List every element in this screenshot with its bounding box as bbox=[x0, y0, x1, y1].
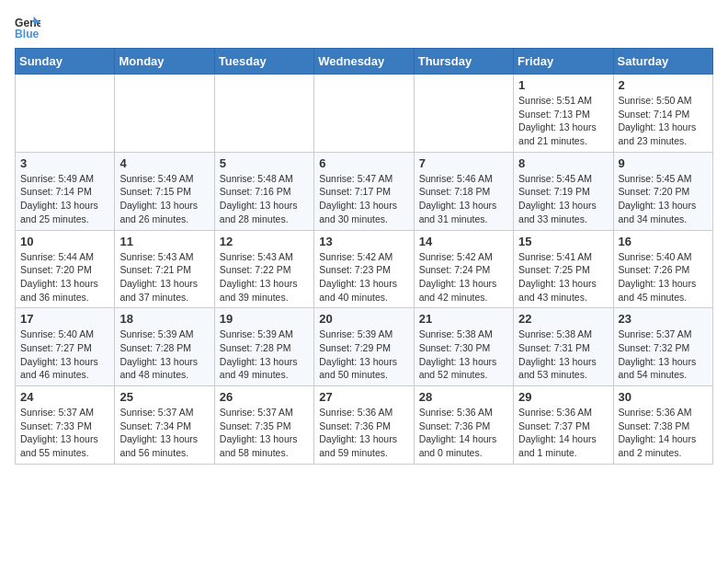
calendar-cell: 6Sunrise: 5:47 AM Sunset: 7:17 PM Daylig… bbox=[314, 152, 414, 230]
calendar-week-3: 10Sunrise: 5:44 AM Sunset: 7:20 PM Dayli… bbox=[16, 230, 713, 308]
calendar-cell: 12Sunrise: 5:43 AM Sunset: 7:22 PM Dayli… bbox=[214, 230, 313, 308]
day-info: Sunrise: 5:36 AM Sunset: 7:36 PM Dayligh… bbox=[419, 406, 508, 460]
day-number: 5 bbox=[220, 156, 309, 170]
calendar-cell bbox=[314, 75, 414, 153]
header-tuesday: Tuesday bbox=[214, 49, 313, 75]
day-info: Sunrise: 5:47 AM Sunset: 7:17 PM Dayligh… bbox=[319, 172, 408, 226]
calendar-cell: 5Sunrise: 5:48 AM Sunset: 7:16 PM Daylig… bbox=[214, 152, 313, 230]
day-number: 2 bbox=[619, 78, 708, 92]
calendar-cell: 27Sunrise: 5:36 AM Sunset: 7:36 PM Dayli… bbox=[314, 386, 414, 465]
day-info: Sunrise: 5:45 AM Sunset: 7:19 PM Dayligh… bbox=[518, 172, 608, 226]
calendar-cell: 2Sunrise: 5:50 AM Sunset: 7:14 PM Daylig… bbox=[613, 75, 712, 153]
day-number: 15 bbox=[518, 235, 608, 248]
calendar-cell: 18Sunrise: 5:39 AM Sunset: 7:28 PM Dayli… bbox=[115, 308, 214, 386]
calendar-cell: 22Sunrise: 5:38 AM Sunset: 7:31 PM Dayli… bbox=[514, 308, 613, 386]
day-info: Sunrise: 5:49 AM Sunset: 7:14 PM Dayligh… bbox=[20, 172, 109, 226]
calendar-cell: 29Sunrise: 5:36 AM Sunset: 7:37 PM Dayli… bbox=[514, 386, 613, 465]
day-number: 4 bbox=[119, 156, 209, 170]
calendar-cell: 19Sunrise: 5:39 AM Sunset: 7:28 PM Dayli… bbox=[214, 308, 313, 386]
day-number: 17 bbox=[20, 312, 109, 326]
day-number: 22 bbox=[518, 312, 608, 326]
calendar-cell bbox=[414, 75, 513, 153]
day-number: 8 bbox=[518, 156, 608, 170]
calendar-header-row: SundayMondayTuesdayWednesdayThursdayFrid… bbox=[16, 49, 713, 75]
day-number: 27 bbox=[319, 390, 408, 404]
day-info: Sunrise: 5:36 AM Sunset: 7:37 PM Dayligh… bbox=[518, 406, 608, 460]
day-info: Sunrise: 5:50 AM Sunset: 7:14 PM Dayligh… bbox=[619, 94, 708, 148]
calendar-week-1: 1Sunrise: 5:51 AM Sunset: 7:13 PM Daylig… bbox=[16, 75, 713, 153]
calendar-cell: 17Sunrise: 5:40 AM Sunset: 7:27 PM Dayli… bbox=[16, 308, 115, 386]
day-number: 18 bbox=[119, 312, 209, 326]
day-info: Sunrise: 5:39 AM Sunset: 7:29 PM Dayligh… bbox=[319, 327, 408, 382]
day-number: 13 bbox=[319, 235, 408, 248]
day-info: Sunrise: 5:37 AM Sunset: 7:34 PM Dayligh… bbox=[119, 406, 209, 460]
calendar-cell: 26Sunrise: 5:37 AM Sunset: 7:35 PM Dayli… bbox=[214, 386, 313, 465]
day-info: Sunrise: 5:41 AM Sunset: 7:25 PM Dayligh… bbox=[518, 250, 608, 304]
calendar-cell bbox=[214, 75, 313, 153]
calendar-cell: 21Sunrise: 5:38 AM Sunset: 7:30 PM Dayli… bbox=[414, 308, 513, 386]
calendar-cell: 24Sunrise: 5:37 AM Sunset: 7:33 PM Dayli… bbox=[16, 386, 115, 465]
day-number: 23 bbox=[619, 312, 708, 326]
day-number: 21 bbox=[419, 312, 508, 326]
header-saturday: Saturday bbox=[613, 49, 712, 75]
header-monday: Monday bbox=[115, 49, 214, 75]
day-number: 28 bbox=[419, 390, 508, 404]
day-number: 11 bbox=[119, 235, 209, 248]
day-info: Sunrise: 5:36 AM Sunset: 7:36 PM Dayligh… bbox=[319, 406, 408, 460]
svg-text:Blue: Blue bbox=[15, 28, 40, 40]
calendar-cell: 23Sunrise: 5:37 AM Sunset: 7:32 PM Dayli… bbox=[613, 308, 712, 386]
calendar-cell: 10Sunrise: 5:44 AM Sunset: 7:20 PM Dayli… bbox=[16, 230, 115, 308]
calendar-table: SundayMondayTuesdayWednesdayThursdayFrid… bbox=[15, 48, 713, 465]
day-number: 25 bbox=[119, 390, 209, 404]
day-info: Sunrise: 5:37 AM Sunset: 7:35 PM Dayligh… bbox=[220, 406, 309, 460]
header-friday: Friday bbox=[514, 49, 613, 75]
day-info: Sunrise: 5:44 AM Sunset: 7:20 PM Dayligh… bbox=[20, 250, 109, 304]
calendar-cell: 25Sunrise: 5:37 AM Sunset: 7:34 PM Dayli… bbox=[115, 386, 214, 465]
header-sunday: Sunday bbox=[16, 49, 115, 75]
day-number: 20 bbox=[319, 312, 408, 326]
day-info: Sunrise: 5:38 AM Sunset: 7:31 PM Dayligh… bbox=[518, 327, 608, 382]
day-info: Sunrise: 5:49 AM Sunset: 7:15 PM Dayligh… bbox=[119, 172, 209, 226]
calendar-cell: 7Sunrise: 5:46 AM Sunset: 7:18 PM Daylig… bbox=[414, 152, 513, 230]
day-number: 29 bbox=[518, 390, 608, 404]
day-info: Sunrise: 5:48 AM Sunset: 7:16 PM Dayligh… bbox=[220, 172, 309, 226]
header-thursday: Thursday bbox=[414, 49, 513, 75]
calendar-cell: 16Sunrise: 5:40 AM Sunset: 7:26 PM Dayli… bbox=[613, 230, 712, 308]
day-info: Sunrise: 5:45 AM Sunset: 7:20 PM Dayligh… bbox=[619, 172, 708, 226]
day-info: Sunrise: 5:43 AM Sunset: 7:21 PM Dayligh… bbox=[119, 250, 209, 304]
day-number: 26 bbox=[220, 390, 309, 404]
calendar-cell: 4Sunrise: 5:49 AM Sunset: 7:15 PM Daylig… bbox=[115, 152, 214, 230]
calendar-week-2: 3Sunrise: 5:49 AM Sunset: 7:14 PM Daylig… bbox=[16, 152, 713, 230]
day-info: Sunrise: 5:43 AM Sunset: 7:22 PM Dayligh… bbox=[220, 250, 309, 304]
day-info: Sunrise: 5:46 AM Sunset: 7:18 PM Dayligh… bbox=[419, 172, 508, 226]
day-number: 12 bbox=[220, 235, 309, 248]
calendar-week-5: 24Sunrise: 5:37 AM Sunset: 7:33 PM Dayli… bbox=[16, 386, 713, 465]
day-info: Sunrise: 5:39 AM Sunset: 7:28 PM Dayligh… bbox=[220, 327, 309, 382]
calendar-cell: 13Sunrise: 5:42 AM Sunset: 7:23 PM Dayli… bbox=[314, 230, 414, 308]
day-info: Sunrise: 5:37 AM Sunset: 7:32 PM Dayligh… bbox=[619, 327, 708, 382]
calendar-cell: 11Sunrise: 5:43 AM Sunset: 7:21 PM Dayli… bbox=[115, 230, 214, 308]
day-number: 24 bbox=[20, 390, 109, 404]
calendar-cell: 8Sunrise: 5:45 AM Sunset: 7:19 PM Daylig… bbox=[514, 152, 613, 230]
calendar-cell: 14Sunrise: 5:42 AM Sunset: 7:24 PM Dayli… bbox=[414, 230, 513, 308]
day-info: Sunrise: 5:40 AM Sunset: 7:26 PM Dayligh… bbox=[619, 250, 708, 304]
day-info: Sunrise: 5:39 AM Sunset: 7:28 PM Dayligh… bbox=[119, 327, 209, 382]
day-number: 1 bbox=[518, 78, 608, 92]
logo-icon: General Blue bbox=[15, 15, 40, 40]
header-wednesday: Wednesday bbox=[314, 49, 414, 75]
day-number: 16 bbox=[619, 235, 708, 248]
calendar-cell bbox=[115, 75, 214, 153]
day-number: 7 bbox=[419, 156, 508, 170]
header: General Blue bbox=[15, 15, 713, 40]
day-number: 6 bbox=[319, 156, 408, 170]
calendar-cell: 9Sunrise: 5:45 AM Sunset: 7:20 PM Daylig… bbox=[613, 152, 712, 230]
day-info: Sunrise: 5:36 AM Sunset: 7:38 PM Dayligh… bbox=[619, 406, 708, 460]
day-info: Sunrise: 5:51 AM Sunset: 7:13 PM Dayligh… bbox=[518, 94, 608, 148]
logo: General Blue bbox=[15, 15, 44, 40]
calendar-cell: 30Sunrise: 5:36 AM Sunset: 7:38 PM Dayli… bbox=[613, 386, 712, 465]
calendar-cell: 28Sunrise: 5:36 AM Sunset: 7:36 PM Dayli… bbox=[414, 386, 513, 465]
calendar-cell: 20Sunrise: 5:39 AM Sunset: 7:29 PM Dayli… bbox=[314, 308, 414, 386]
calendar-cell: 15Sunrise: 5:41 AM Sunset: 7:25 PM Dayli… bbox=[514, 230, 613, 308]
calendar-cell bbox=[16, 75, 115, 153]
day-info: Sunrise: 5:37 AM Sunset: 7:33 PM Dayligh… bbox=[20, 406, 109, 460]
